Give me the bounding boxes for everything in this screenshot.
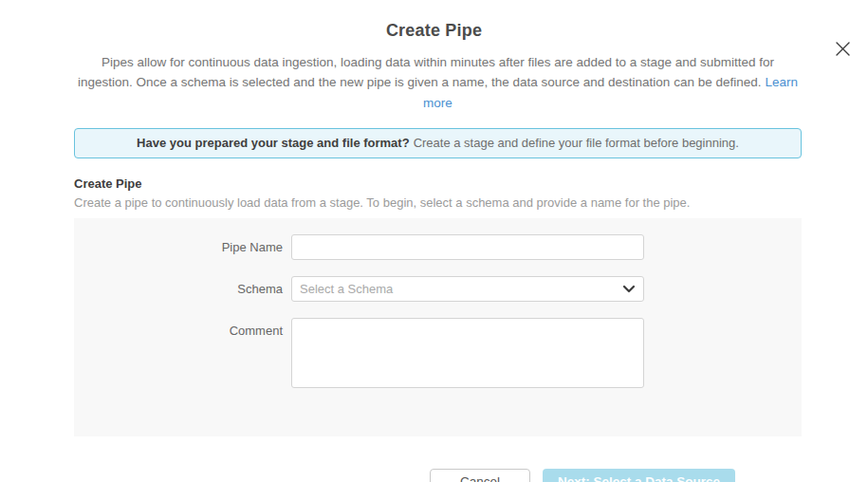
chevron-down-icon xyxy=(622,285,636,293)
comment-textarea[interactable] xyxy=(291,318,644,388)
comment-row: Comment xyxy=(74,318,802,388)
section-heading: Create Pipe xyxy=(74,176,802,191)
create-pipe-dialog: Create Pipe Pipes allow for continuous d… xyxy=(0,21,868,482)
dialog-description: Pipes allow for continuous data ingestio… xyxy=(74,52,802,113)
schema-label: Schema xyxy=(74,276,291,302)
create-pipe-form: Pipe Name Schema Select a Schema Comment xyxy=(74,218,802,436)
pipe-name-input[interactable] xyxy=(291,234,644,260)
schema-select-placeholder: Select a Schema xyxy=(300,282,393,296)
close-button[interactable] xyxy=(830,36,855,61)
pipe-name-label: Pipe Name xyxy=(74,234,291,260)
section-subheading: Create a pipe to continuously load data … xyxy=(74,195,802,210)
banner-advice: Create a stage and define your file form… xyxy=(414,136,739,150)
schema-row: Schema Select a Schema xyxy=(74,276,802,302)
dialog-footer: Cancel Next: Select a Data Source xyxy=(148,469,735,482)
schema-select[interactable]: Select a Schema xyxy=(291,276,644,302)
pipe-name-row: Pipe Name xyxy=(74,234,802,260)
banner-question: Have you prepared your stage and file fo… xyxy=(137,136,410,150)
page-title: Create Pipe xyxy=(0,21,868,41)
info-banner: Have you prepared your stage and file fo… xyxy=(74,128,802,158)
next-select-data-source-button[interactable]: Next: Select a Data Source xyxy=(543,469,735,482)
close-icon xyxy=(835,41,851,57)
cancel-button[interactable]: Cancel xyxy=(430,469,530,482)
comment-label: Comment xyxy=(74,318,291,388)
dialog-description-text: Pipes allow for continuous data ingestio… xyxy=(78,55,774,89)
